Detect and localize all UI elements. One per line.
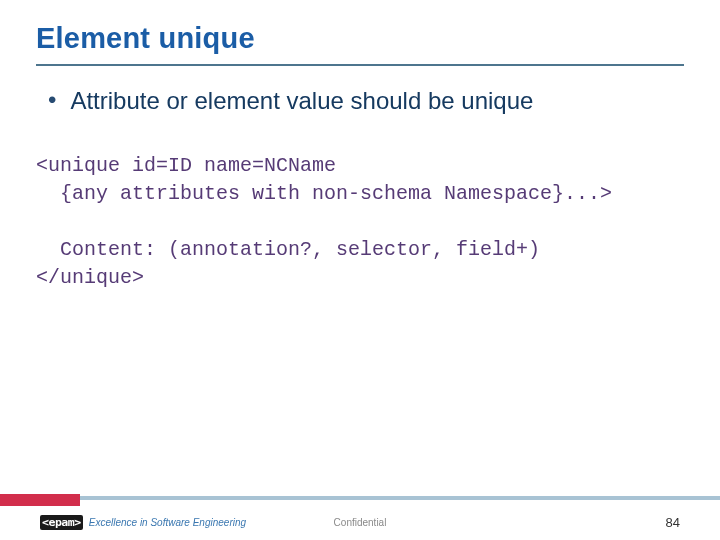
logo-badge: <epam> xyxy=(40,515,83,530)
bullet-text: Attribute or element value should be uni… xyxy=(70,86,533,116)
bullet-item: • Attribute or element value should be u… xyxy=(48,86,680,116)
slide: Element unique • Attribute or element va… xyxy=(0,0,720,540)
footer-logo: <epam> Excellence in Software Engineerin… xyxy=(40,515,246,530)
title-divider xyxy=(36,64,684,66)
page-number: 84 xyxy=(666,515,680,530)
footer-confidential: Confidential xyxy=(334,517,387,528)
code-block: <unique id=ID name=NCName {any attribute… xyxy=(36,152,684,292)
logo-text: <epam> xyxy=(42,516,81,529)
slide-title: Element unique xyxy=(36,22,255,55)
bullet-dot-icon: • xyxy=(48,86,56,114)
footer-bar-teal-light xyxy=(80,496,720,500)
footer-bar-red xyxy=(0,494,80,506)
logo-tagline: Excellence in Software Engineering xyxy=(89,517,246,528)
footer-accent-bar xyxy=(0,494,720,506)
footer-bar-teal xyxy=(0,500,720,506)
